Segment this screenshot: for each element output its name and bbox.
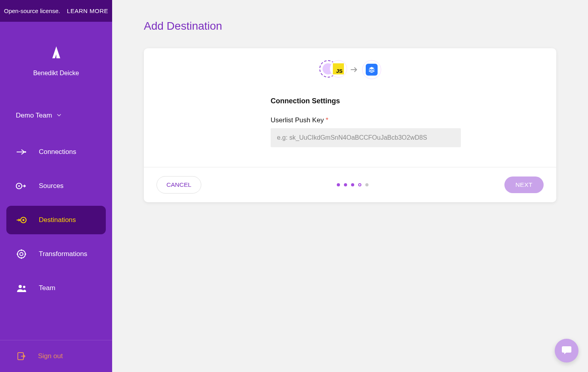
- learn-more-link[interactable]: LEARN MORE: [67, 8, 108, 14]
- step-dot: [365, 183, 368, 186]
- team-selector[interactable]: Demo Team: [0, 104, 112, 127]
- chat-icon: [561, 344, 573, 357]
- step-dot: [351, 183, 354, 186]
- sidebar-item-transformations[interactable]: Transformations: [6, 240, 106, 268]
- main-content: Add Destination JS: [112, 0, 588, 372]
- signout-label: Sign out: [38, 352, 63, 360]
- destinations-icon: [16, 214, 27, 226]
- chat-widget-button[interactable]: [555, 339, 578, 363]
- sources-icon: [16, 180, 27, 192]
- step-dot: [337, 183, 340, 186]
- sidebar-footer: Sign out: [0, 340, 112, 372]
- connections-icon: [16, 146, 27, 158]
- push-key-input[interactable]: [271, 128, 461, 147]
- form-area: Connection Settings Userlist Push Key *: [271, 97, 461, 147]
- user-name: Benedikt Deicke: [33, 70, 79, 77]
- sidebar-item-sources[interactable]: Sources: [6, 172, 106, 200]
- card-body: JS Connection Set: [144, 48, 556, 167]
- transformations-icon: [16, 249, 27, 260]
- nav-item-label: Team: [39, 284, 55, 292]
- section-heading: Connection Settings: [271, 97, 461, 105]
- page-title: Add Destination: [144, 20, 556, 32]
- step-indicator: [337, 183, 368, 186]
- svg-point-3: [23, 219, 25, 221]
- signout-icon: [17, 351, 26, 361]
- sidebar-item-destinations[interactable]: Destinations: [6, 206, 106, 234]
- sidebar: Open-source license. LEARN MORE Benedikt…: [0, 0, 112, 372]
- svg-point-4: [17, 250, 25, 258]
- nav: Connections Sources Destinations: [0, 138, 112, 302]
- license-text: Open-source license.: [4, 8, 60, 14]
- destination-icon: [362, 60, 381, 79]
- stack-icon: [366, 64, 378, 76]
- signout-button[interactable]: Sign out: [0, 340, 112, 372]
- nav-item-label: Destinations: [39, 216, 76, 224]
- team-icon: [16, 283, 27, 294]
- source-js-icon: JS: [330, 60, 347, 78]
- nav-item-label: Transformations: [39, 250, 87, 258]
- next-button[interactable]: NEXT: [504, 177, 544, 193]
- svg-point-5: [20, 252, 23, 256]
- app-logo-icon: [47, 44, 66, 63]
- nav-item-label: Connections: [39, 148, 76, 156]
- svg-point-6: [19, 285, 22, 288]
- sidebar-item-team[interactable]: Team: [6, 274, 106, 302]
- logo-section: Benedikt Deicke: [0, 22, 112, 77]
- source-group: JS: [319, 60, 346, 79]
- chevron-down-icon: [57, 113, 61, 119]
- team-selector-label: Demo Team: [16, 112, 52, 120]
- card-footer: CANCEL NEXT: [144, 167, 556, 202]
- license-banner: Open-source license. LEARN MORE: [0, 0, 112, 22]
- flow-diagram: JS: [160, 60, 540, 79]
- step-dot-current: [358, 183, 361, 186]
- field-label: Userlist Push Key *: [271, 116, 461, 124]
- nav-item-label: Sources: [39, 182, 63, 190]
- sidebar-item-connections[interactable]: Connections: [6, 138, 106, 166]
- cancel-button[interactable]: CANCEL: [157, 176, 201, 194]
- svg-point-7: [23, 286, 25, 288]
- field-label-text: Userlist Push Key: [271, 116, 324, 124]
- js-badge: JS: [333, 63, 344, 74]
- destination-form-card: JS Connection Set: [144, 48, 556, 202]
- step-dot: [344, 183, 347, 186]
- required-marker: *: [326, 116, 328, 124]
- arrow-right-icon: [350, 65, 358, 74]
- svg-point-0: [25, 151, 26, 153]
